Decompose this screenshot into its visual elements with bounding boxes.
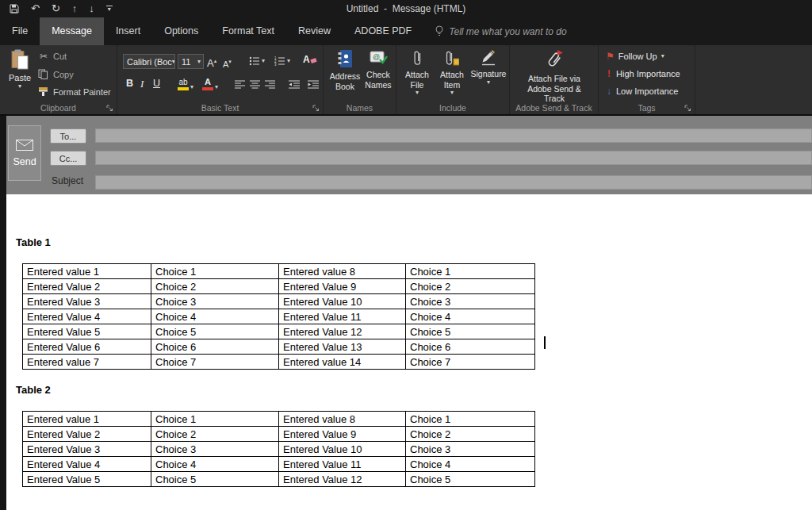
tags-dialog-launcher-icon[interactable] <box>684 105 691 112</box>
tab-review[interactable]: Review <box>286 17 343 45</box>
table-cell[interactable]: Choice 2 <box>406 279 535 294</box>
font-size-select[interactable]: 11 ▾ <box>178 54 204 69</box>
align-center-button[interactable] <box>250 80 260 89</box>
table-cell[interactable]: Choice 3 <box>406 294 535 309</box>
table-cell[interactable]: Entered value 1 <box>23 412 151 427</box>
table-cell[interactable]: Entered Value 3 <box>23 294 151 309</box>
align-left-button[interactable] <box>235 80 245 89</box>
table-cell[interactable]: Choice 1 <box>151 412 279 427</box>
table-cell[interactable]: Choice 2 <box>151 279 279 294</box>
table-cell[interactable]: Choice 6 <box>406 339 535 355</box>
table-cell[interactable]: Entered Value 6 <box>23 339 151 355</box>
table-cell[interactable]: Choice 4 <box>406 309 535 324</box>
decrease-indent-button[interactable] <box>289 80 300 89</box>
table-cell[interactable]: Entered Value 13 <box>279 339 406 355</box>
to-button[interactable]: To... <box>50 128 86 144</box>
table-cell[interactable]: Choice 5 <box>406 472 535 487</box>
table-cell[interactable]: Entered Value 2 <box>23 427 151 442</box>
table-cell[interactable]: Entered Value 5 <box>23 472 151 487</box>
check-names-button[interactable]: @ Check Names <box>362 49 394 90</box>
table-cell[interactable]: Choice 6 <box>151 339 279 355</box>
tab-file[interactable]: File <box>0 17 40 45</box>
save-icon[interactable] <box>10 4 19 13</box>
to-input[interactable] <box>95 128 812 143</box>
tab-options[interactable]: Options <box>152 17 210 45</box>
cc-button[interactable]: Cc... <box>50 151 86 166</box>
numbering-button[interactable]: 123 ▾ <box>274 56 290 66</box>
low-importance-button[interactable]: ↓ Low Importance <box>606 86 678 96</box>
table-cell[interactable]: Choice 4 <box>151 309 279 324</box>
table-cell[interactable]: Choice 7 <box>151 355 279 370</box>
up-arrow-icon[interactable]: ↑ <box>72 0 78 17</box>
table-cell[interactable]: Entered Value 12 <box>279 472 406 487</box>
cc-input[interactable] <box>95 151 812 165</box>
font-color-button[interactable]: A ▾ <box>202 78 218 90</box>
table-cell[interactable]: Choice 2 <box>406 427 535 442</box>
table-cell[interactable]: Entered Value 10 <box>279 294 406 309</box>
table-cell[interactable]: Choice 3 <box>406 442 535 457</box>
table-cell[interactable]: Entered value 8 <box>279 264 406 279</box>
table-cell[interactable]: Entered value 7 <box>23 355 151 370</box>
table-cell[interactable]: Choice 5 <box>151 324 279 339</box>
table-cell[interactable]: Choice 3 <box>151 294 279 309</box>
address-book-button[interactable]: Address Book <box>329 49 361 91</box>
table-cell[interactable]: Entered value 14 <box>279 355 406 370</box>
underline-button[interactable]: U <box>153 78 160 89</box>
undo-icon[interactable]: ↶ <box>31 0 40 17</box>
paste-button[interactable]: Paste ▾ <box>4 49 36 98</box>
down-arrow-icon[interactable]: ↓ <box>89 0 94 17</box>
table-cell[interactable]: Entered Value 9 <box>279 427 406 442</box>
tab-insert[interactable]: Insert <box>104 17 152 45</box>
table-cell[interactable]: Choice 2 <box>151 427 279 442</box>
copy-button[interactable]: Copy <box>38 69 74 79</box>
table-cell[interactable]: Entered Value 4 <box>23 457 151 472</box>
increase-indent-button[interactable] <box>308 80 319 89</box>
attach-item-button[interactable]: Attach Item ▾ <box>435 49 469 96</box>
cut-button[interactable]: ✂ Cut <box>38 52 67 61</box>
text-highlight-button[interactable]: ab ▾ <box>178 79 193 90</box>
align-right-button[interactable] <box>265 80 275 89</box>
message-body[interactable]: Table 1 Entered value 1Choice 1Entered v… <box>6 194 812 510</box>
adobe-attach-button[interactable]: Attach File via Adobe Send & Track <box>516 49 592 104</box>
table-cell[interactable]: Entered value 8 <box>279 412 406 427</box>
follow-up-button[interactable]: ⚑ Follow Up ▾ <box>606 52 665 61</box>
clipboard-dialog-launcher-icon[interactable] <box>106 105 113 112</box>
signature-button[interactable]: Signature ▾ <box>470 49 507 86</box>
attach-file-button[interactable]: Attach File ▾ <box>400 49 434 96</box>
high-importance-button[interactable]: ! High Importance <box>606 69 680 79</box>
subject-input[interactable] <box>95 175 812 190</box>
table2-title[interactable]: Table 2 <box>16 384 51 396</box>
format-painter-button[interactable]: Format Painter <box>38 86 111 97</box>
table1-title[interactable]: Table 1 <box>16 236 51 248</box>
table-cell[interactable]: Entered Value 11 <box>279 457 406 472</box>
table-cell[interactable]: Choice 1 <box>151 264 279 279</box>
table-cell[interactable]: Choice 7 <box>406 355 535 370</box>
shrink-font-button[interactable]: A▾ <box>223 55 232 71</box>
table-cell[interactable]: Entered Value 5 <box>23 324 151 339</box>
table-cell[interactable]: Entered Value 11 <box>279 309 406 324</box>
font-name-select[interactable]: Calibri (Boc ▾ <box>123 54 175 69</box>
customize-toolbar-icon[interactable]: ▾ <box>106 6 113 12</box>
table-cell[interactable]: Entered Value 2 <box>23 279 151 294</box>
table-cell[interactable]: Choice 5 <box>151 472 279 487</box>
bold-button[interactable]: B <box>126 78 133 89</box>
table-cell[interactable]: Choice 4 <box>151 457 279 472</box>
basic-text-dialog-launcher-icon[interactable] <box>312 105 320 112</box>
table-cell[interactable]: Entered Value 12 <box>279 324 406 339</box>
table-cell[interactable]: Choice 1 <box>406 412 535 427</box>
table-cell[interactable]: Choice 1 <box>406 264 535 279</box>
table-cell[interactable]: Entered Value 10 <box>279 442 406 457</box>
table-cell[interactable]: Choice 3 <box>151 442 279 457</box>
redo-icon[interactable]: ↻ <box>52 0 60 17</box>
tell-me-box[interactable]: Tell me what you want to do <box>435 17 566 45</box>
table-cell[interactable]: Choice 4 <box>406 457 535 472</box>
table-cell[interactable]: Entered value 1 <box>23 264 151 279</box>
send-button[interactable]: Send <box>8 125 41 181</box>
italic-button[interactable]: I <box>140 78 144 90</box>
table-cell[interactable]: Entered Value 9 <box>279 279 406 294</box>
tab-adobe-pdf[interactable]: ADOBE PDF <box>343 17 423 45</box>
table-cell[interactable]: Choice 5 <box>406 324 535 339</box>
grow-font-button[interactable]: A▴ <box>207 54 216 71</box>
table-cell[interactable]: Entered Value 4 <box>23 309 151 324</box>
bullets-button[interactable]: ▾ <box>249 56 265 66</box>
